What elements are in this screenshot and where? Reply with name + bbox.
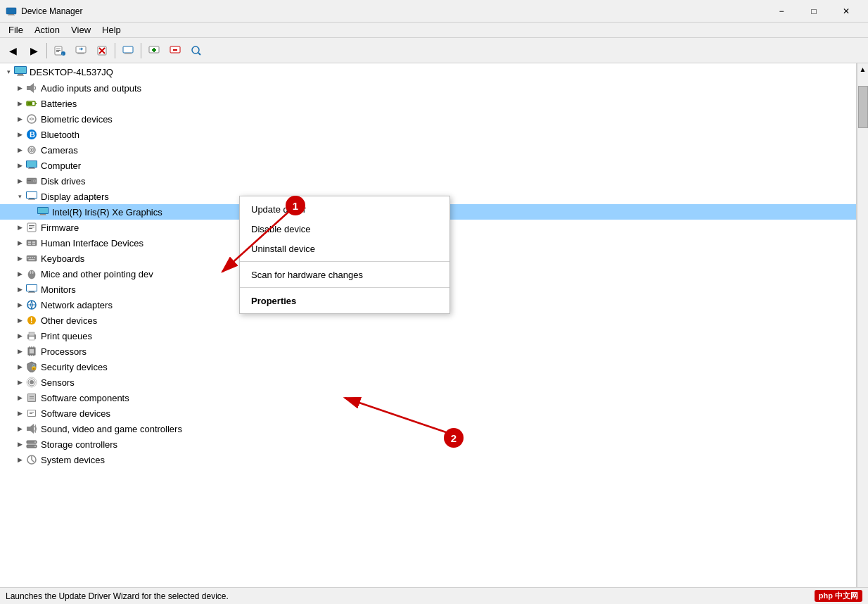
tree-item-storage[interactable]: ▶ Storage controllers: [0, 436, 856, 452]
hid-label: Human Interface Devices: [41, 238, 143, 248]
tree-scrollbar[interactable]: ▲: [857, 63, 868, 587]
scroll-up-button[interactable]: ▲: [858, 63, 868, 75]
tree-item-software-components[interactable]: ▶ Software components: [0, 390, 856, 405]
firmware-expand-icon[interactable]: ▶: [14, 220, 25, 235]
display-expand-icon[interactable]: ▾: [14, 189, 25, 204]
close-button[interactable]: ✕: [830, 0, 862, 23]
monitor-button[interactable]: [118, 41, 138, 61]
intel-graphics-icon: [37, 206, 49, 218]
add-hardware-button[interactable]: [144, 41, 164, 61]
tree-item-security[interactable]: ▶ 🔒 Security devices: [0, 359, 856, 375]
tree-item-software-devices[interactable]: ▶ Software devices: [0, 405, 856, 421]
properties-button[interactable]: i: [50, 41, 70, 61]
keyboards-expand-icon[interactable]: ▶: [14, 251, 25, 266]
tree-item-print[interactable]: ▶ Print queues: [0, 328, 856, 344]
network-icon: [25, 298, 38, 311]
cameras-expand-icon[interactable]: ▶: [14, 142, 25, 158]
tree-item-sound[interactable]: ▶ Sound, video and game controllers: [0, 421, 856, 436]
tree-item-sensors[interactable]: ▶ Sensors: [0, 375, 856, 390]
svg-rect-60: [32, 241, 35, 243]
batteries-expand-icon[interactable]: ▶: [14, 96, 25, 111]
root-expand-icon[interactable]: ▾: [3, 64, 14, 80]
software-dev-expand-icon[interactable]: ▶: [14, 405, 25, 421]
print-expand-icon[interactable]: ▶: [14, 328, 25, 344]
update-driver-button[interactable]: [71, 41, 91, 61]
tree-root[interactable]: ▾ DESKTOP-4L537JQ: [0, 63, 856, 80]
scroll-thumb[interactable]: [858, 86, 868, 128]
tree-item-batteries[interactable]: ▶ Batteries: [0, 96, 856, 111]
back-button[interactable]: ◀: [3, 41, 23, 61]
other-expand-icon[interactable]: ▶: [14, 313, 25, 328]
software-comp-expand-icon[interactable]: ▶: [14, 390, 25, 405]
tree-item-other[interactable]: ▶ ! Other devices: [0, 313, 856, 328]
biometric-expand-icon[interactable]: ▶: [14, 111, 25, 127]
php-badge: php 中文网: [815, 590, 862, 602]
sound-expand-icon[interactable]: ▶: [14, 421, 25, 436]
tree-item-system[interactable]: ▶ System devices: [0, 452, 856, 467]
svg-rect-58: [28, 241, 31, 243]
menu-action[interactable]: Action: [29, 23, 65, 37]
display-label: Display adapters: [41, 191, 109, 202]
disk-expand-icon[interactable]: ▶: [14, 173, 25, 189]
network-expand-icon[interactable]: ▶: [14, 297, 25, 313]
bluetooth-expand-icon[interactable]: ▶: [14, 127, 25, 142]
intel-expand-icon: [25, 204, 37, 220]
hid-expand-icon[interactable]: ▶: [14, 235, 25, 251]
svg-rect-23: [15, 67, 26, 73]
svg-rect-66: [34, 257, 35, 258]
ctx-uninstall-device[interactable]: Uninstall device: [240, 239, 449, 258]
svg-rect-6: [56, 51, 59, 52]
processors-expand-icon[interactable]: ▶: [14, 344, 25, 359]
menu-view[interactable]: View: [65, 23, 96, 37]
display-icon: [25, 190, 38, 203]
monitors-expand-icon[interactable]: ▶: [14, 282, 25, 297]
svg-rect-30: [27, 102, 32, 105]
svg-text:!: !: [30, 317, 32, 325]
storage-expand-icon[interactable]: ▶: [14, 436, 25, 452]
tree-item-bluetooth[interactable]: ▶ B Bluetooth: [0, 127, 856, 142]
scan-button[interactable]: [186, 41, 206, 61]
mice-expand-icon[interactable]: ▶: [14, 266, 25, 282]
computer-expand-icon[interactable]: ▶: [14, 158, 25, 173]
forward-button[interactable]: ▶: [24, 41, 44, 61]
system-expand-icon[interactable]: ▶: [14, 452, 25, 467]
svg-rect-54: [29, 225, 34, 226]
computer-icon: [25, 159, 38, 172]
svg-rect-82: [29, 336, 34, 340]
ctx-properties[interactable]: Properties: [240, 291, 449, 310]
tree-item-computer[interactable]: ▶ Computer: [0, 158, 856, 173]
disk-icon: [25, 175, 38, 187]
menu-help[interactable]: Help: [96, 23, 127, 37]
svg-line-21: [198, 53, 200, 55]
remove-hardware-button[interactable]: [165, 41, 185, 61]
tree-item-processors[interactable]: ▶ Processors: [0, 344, 856, 359]
menu-file[interactable]: File: [3, 23, 29, 37]
audio-expand-icon[interactable]: ▶: [14, 80, 25, 96]
app-icon: [6, 6, 17, 17]
uninstall-button[interactable]: [92, 41, 112, 61]
svg-marker-27: [30, 83, 34, 93]
svg-rect-52: [39, 215, 46, 215]
ctx-scan-hardware[interactable]: Scan for hardware changes: [240, 265, 449, 284]
maximize-button[interactable]: □: [798, 0, 830, 23]
main-content: ▾ DESKTOP-4L537JQ ▶ Audio inputs and out…: [0, 63, 868, 587]
sensors-expand-icon[interactable]: ▶: [14, 375, 25, 390]
bluetooth-label: Bluetooth: [41, 130, 79, 140]
svg-rect-63: [27, 257, 29, 258]
svg-rect-64: [30, 257, 31, 258]
status-bar: Launches the Update Driver Wizard for th…: [0, 587, 868, 604]
system-icon: [25, 453, 38, 466]
tree-item-biometric[interactable]: ▶ Biometric devices: [0, 111, 856, 127]
tree-item-audio[interactable]: ▶ Audio inputs and outputs: [0, 80, 856, 96]
ctx-separator-1: [240, 261, 449, 262]
tree-item-cameras[interactable]: ▶ Cameras: [0, 142, 856, 158]
svg-marker-104: [30, 424, 34, 434]
tree-item-disk[interactable]: ▶ Disk drives: [0, 173, 856, 189]
minimize-button[interactable]: −: [765, 0, 798, 23]
security-expand-icon[interactable]: ▶: [14, 359, 25, 375]
svg-rect-97: [30, 396, 34, 397]
device-tree[interactable]: ▾ DESKTOP-4L537JQ ▶ Audio inputs and out…: [0, 63, 857, 587]
ctx-update-driver[interactable]: Update driver: [240, 199, 449, 219]
window-title: Device Manager: [21, 6, 765, 16]
ctx-disable-device[interactable]: Disable device: [240, 219, 449, 239]
